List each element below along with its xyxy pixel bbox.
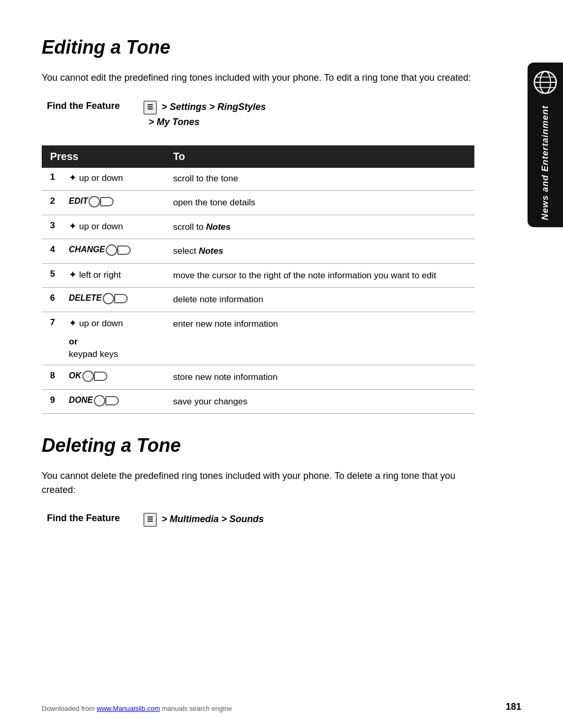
footer-suffix: manuals search engine bbox=[160, 705, 232, 712]
row-num bbox=[42, 336, 60, 348]
page-number: 181 bbox=[506, 701, 521, 712]
editing-intro: You cannot edit the predefined ring tone… bbox=[42, 71, 474, 85]
footer-link[interactable]: www.Manualslib.com bbox=[97, 705, 160, 712]
press-table: Press To 1 ✦ up or down scroll to the to… bbox=[42, 145, 474, 414]
row-to: scroll to Notes bbox=[165, 215, 474, 239]
editing-title: Editing a Tone bbox=[42, 36, 521, 58]
row-or: or bbox=[60, 336, 474, 348]
table-row: 9 DONE· save your changes bbox=[42, 389, 474, 414]
row-num: 2 bbox=[42, 191, 60, 215]
row-to: move the cursor to the right of the note… bbox=[165, 263, 474, 288]
menu-icon-editing: ☰ bbox=[143, 101, 157, 115]
row-num: 6 bbox=[42, 288, 60, 312]
row-to: delete note information bbox=[165, 288, 474, 312]
press-header: Press bbox=[42, 145, 165, 168]
row-to: store new note information bbox=[165, 365, 474, 390]
nav-icon: ✦ bbox=[69, 318, 77, 328]
row-num: 1 bbox=[42, 168, 60, 191]
footer-download-text: Downloaded from www.Manualslib.com manua… bbox=[42, 705, 232, 712]
row-to: select Notes bbox=[165, 239, 474, 264]
table-row: 1 ✦ up or down scroll to the tone bbox=[42, 168, 474, 191]
row-num: 7 bbox=[42, 312, 60, 336]
row-press: OK· bbox=[60, 365, 165, 390]
nav-icon: ✦ bbox=[69, 172, 77, 183]
row-press: EDIT· bbox=[60, 191, 165, 215]
footer-prefix: Downloaded from bbox=[42, 705, 97, 712]
editing-path-line2: > My Tones bbox=[149, 117, 200, 127]
table-row: 8 OK· store new note information bbox=[42, 365, 474, 390]
row-num bbox=[42, 348, 60, 365]
table-row: 2 EDIT· open the tone details bbox=[42, 191, 474, 215]
row-press: ✦ up or down bbox=[60, 312, 165, 336]
to-header: To bbox=[165, 145, 474, 168]
find-feature-label-deleting: Find the Feature bbox=[47, 512, 143, 524]
globe-icon bbox=[533, 70, 558, 95]
editing-path: ☰ > Settings > RingStyles > My Tones bbox=[143, 100, 266, 130]
deleting-intro: You cannot delete the predefined ring to… bbox=[42, 469, 474, 497]
sidebar-tab: News and Entertainment bbox=[528, 63, 563, 227]
row-press: CHANGE· bbox=[60, 239, 165, 264]
table-row: 7 ✦ up or down enter new note informatio… bbox=[42, 312, 474, 336]
nav-icon: ✦ bbox=[69, 221, 77, 231]
footer: Downloaded from www.Manualslib.com manua… bbox=[0, 701, 563, 712]
row-num: 5 bbox=[42, 263, 60, 288]
table-row: 3 ✦ up or down scroll to Notes bbox=[42, 215, 474, 239]
table-row: 5 ✦ left or right move the cursor to the… bbox=[42, 263, 474, 288]
row-to: scroll to the tone bbox=[165, 168, 474, 191]
row-press: ✦ up or down bbox=[60, 215, 165, 239]
row-press: ✦ left or right bbox=[60, 263, 165, 288]
find-feature-editing: Find the Feature ☰ > Settings > RingStyl… bbox=[47, 100, 521, 130]
table-row: 6 DELETE· delete note information bbox=[42, 288, 474, 312]
deleting-path: ☰ > Multimedia > Sounds bbox=[143, 512, 264, 527]
editing-path-line1: > Settings > RingStyles bbox=[159, 102, 266, 112]
find-feature-deleting: Find the Feature ☰ > Multimedia > Sounds bbox=[47, 512, 521, 527]
page-container: News and Entertainment Editing a Tone Yo… bbox=[0, 0, 563, 728]
deleting-path-text: > Multimedia > Sounds bbox=[159, 514, 264, 524]
row-num: 8 bbox=[42, 365, 60, 390]
table-row: 4 CHANGE· select Notes bbox=[42, 239, 474, 264]
deleting-title: Deleting a Tone bbox=[42, 435, 521, 456]
menu-icon-deleting: ☰ bbox=[143, 513, 157, 527]
table-row-or: or bbox=[42, 336, 474, 348]
row-to: enter new note information bbox=[165, 312, 474, 336]
table-header-row: Press To bbox=[42, 145, 474, 168]
table-row-keypad: keypad keys bbox=[42, 348, 474, 365]
row-press: DONE· bbox=[60, 389, 165, 414]
row-press: ✦ up or down bbox=[60, 168, 165, 191]
nav-icon: ✦ bbox=[69, 269, 77, 280]
row-num: 3 bbox=[42, 215, 60, 239]
row-press: DELETE· bbox=[60, 288, 165, 312]
row-num: 9 bbox=[42, 389, 60, 414]
row-keypad: keypad keys bbox=[60, 348, 474, 365]
row-to: save your changes bbox=[165, 389, 474, 414]
find-feature-label-editing: Find the Feature bbox=[47, 100, 143, 112]
row-to: open the tone details bbox=[165, 191, 474, 215]
sidebar-label: News and Entertainment bbox=[540, 105, 550, 220]
row-num: 4 bbox=[42, 239, 60, 264]
